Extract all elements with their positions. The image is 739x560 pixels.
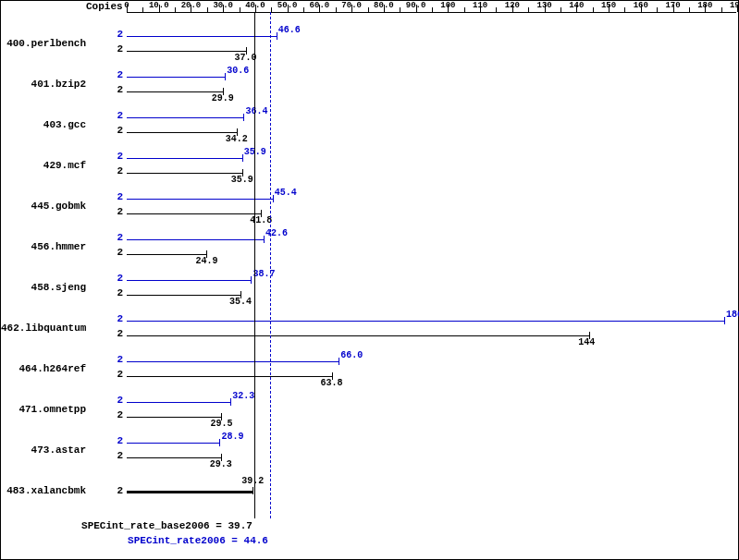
benchmark-label: 471.omnetpp — [1, 404, 86, 415]
axis-tick — [303, 7, 304, 12]
benchmark-label: 483.xalancbmk — [1, 485, 86, 496]
copies-base: 2 — [110, 328, 123, 339]
peak-value-label: 38.7 — [252, 269, 275, 279]
peak-whisker — [230, 398, 231, 406]
axis-tick — [142, 7, 143, 12]
peak-value-label: 45.4 — [275, 188, 297, 198]
axis-tick-label: 160 — [634, 1, 648, 10]
copies-base: 2 — [110, 165, 123, 177]
x-axis — [127, 12, 736, 13]
copies-base: 2 — [110, 84, 123, 95]
axis-tick — [496, 7, 497, 12]
benchmark-label: 445.gobmk — [1, 201, 86, 212]
summary-base: SPECint_rate_base2006 = 39.7 — [81, 520, 252, 531]
peak-value-label: 46.6 — [278, 25, 301, 35]
copies-base: 2 — [110, 125, 123, 136]
axis-tick-label: 0 — [124, 1, 129, 10]
axis-tick — [560, 7, 561, 12]
peak-whisker — [273, 195, 274, 202]
axis-tick — [689, 7, 690, 12]
axis-tick-label: 50.0 — [277, 1, 298, 10]
peak-whisker — [264, 236, 265, 243]
base-value-label: 144 — [578, 337, 595, 347]
copies-peak: 2 — [110, 435, 123, 446]
ref-line-base — [254, 12, 255, 518]
copies-header: Copies — [86, 1, 123, 12]
copies-base: 2 — [110, 485, 123, 496]
peak-whisker — [724, 317, 725, 324]
base-bar — [127, 491, 252, 493]
copies-base: 2 — [110, 409, 123, 420]
benchmark-row: 483.xalancbmk239.2 — [1, 474, 736, 511]
peak-value-label: 32.3 — [232, 391, 254, 401]
benchmark-row: 429.mcf2235.935.9 — [1, 149, 736, 186]
axis-tick-label: 60.0 — [310, 1, 330, 10]
copies-base: 2 — [110, 369, 123, 380]
benchmark-row: 464.h264ref2266.063.8 — [1, 352, 736, 389]
benchmark-row: 403.gcc2236.434.2 — [1, 108, 736, 145]
copies-base: 2 — [110, 287, 123, 298]
axis-tick-label: 110 — [473, 1, 487, 10]
base-bar — [127, 335, 589, 336]
copies-base: 2 — [110, 206, 123, 217]
benchmark-label: 403.gcc — [1, 119, 86, 130]
copies-peak: 2 — [110, 232, 123, 243]
peak-whisker — [277, 32, 277, 40]
benchmark-label: 400.perlbench — [1, 38, 86, 49]
axis-tick-label: 40.0 — [245, 1, 265, 10]
copies-peak: 2 — [110, 313, 123, 324]
axis-tick-label: 150 — [601, 1, 616, 10]
benchmark-label: 464.h264ref — [1, 363, 86, 374]
copies-peak: 2 — [110, 69, 123, 80]
peak-bar — [127, 321, 724, 322]
benchmark-row: 473.astar2228.929.3 — [1, 433, 736, 470]
peak-bar — [127, 280, 251, 281]
peak-whisker — [225, 73, 226, 80]
axis-tick-label: 120 — [505, 1, 520, 10]
base-value-label: 41.8 — [250, 215, 272, 225]
copies-peak: 2 — [110, 273, 123, 284]
axis-tick — [464, 7, 465, 12]
copies-base: 2 — [110, 247, 123, 258]
peak-bar — [127, 239, 264, 240]
peak-whisker — [219, 439, 220, 446]
axis-tick — [368, 7, 369, 12]
copies-peak: 2 — [110, 354, 123, 365]
axis-tick-label: 130 — [536, 1, 551, 10]
axis-tick — [240, 7, 240, 12]
benchmark-row: 400.perlbench2246.637.0 — [1, 27, 736, 64]
benchmark-row: 401.bzip22230.629.9 — [1, 67, 736, 104]
peak-whisker — [242, 154, 243, 162]
axis-tick — [432, 7, 433, 12]
axis-tick-label: 140 — [569, 1, 584, 10]
peak-value-label: 66.0 — [340, 350, 363, 360]
axis-tick-label: 80.0 — [374, 1, 394, 10]
axis-tick — [721, 7, 722, 12]
peak-value-label: 42.6 — [265, 228, 288, 238]
copies-base: 2 — [110, 43, 123, 55]
axis-tick-label: 30.0 — [213, 1, 233, 10]
axis-tick — [528, 7, 529, 12]
peak-bar — [127, 199, 273, 200]
base-bar — [127, 213, 261, 214]
peak-whisker — [251, 276, 252, 284]
axis-tick-label: 90.0 — [406, 1, 426, 10]
base-bar — [127, 457, 221, 458]
benchmark-row: 456.hmmer2242.624.9 — [1, 230, 736, 267]
peak-bar — [127, 77, 225, 78]
base-bar — [127, 91, 223, 92]
spec-chart: Copies 010.020.030.040.050.060.070.080.0… — [0, 0, 739, 560]
peak-value-label: 36.4 — [245, 106, 267, 116]
peak-bar — [127, 117, 243, 118]
base-value-label: 39.2 — [241, 476, 264, 486]
peak-bar — [127, 158, 242, 159]
peak-value-label: 30.6 — [227, 66, 249, 76]
peak-bar — [127, 402, 230, 403]
benchmark-label: 429.mcf — [1, 160, 86, 171]
peak-value-label: 186 — [726, 310, 739, 320]
benchmark-label: 456.hmmer — [1, 241, 86, 252]
base-bar — [127, 132, 237, 133]
axis-tick — [624, 7, 625, 12]
copies-peak: 2 — [110, 395, 123, 406]
benchmark-label: 458.sjeng — [1, 282, 86, 293]
